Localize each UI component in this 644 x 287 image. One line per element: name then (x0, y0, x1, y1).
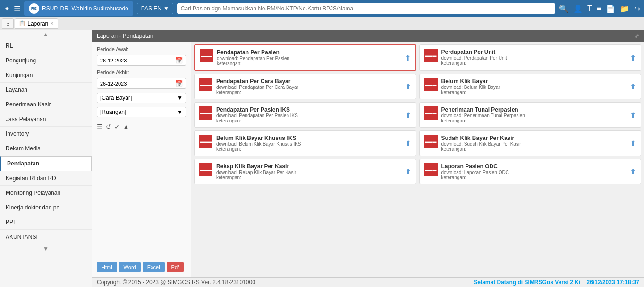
report-icon-5: ▬▬▬ (424, 106, 438, 120)
upload-icon-1[interactable]: ⬆ (630, 53, 636, 62)
report-card-perdapatan-per-unit[interactable]: ▬▬▬ Perdapatan Per Unit download: Perdap… (419, 44, 642, 71)
expand-icon[interactable]: ⤢ (635, 33, 639, 39)
ruangan-arrow: ▼ (177, 109, 183, 115)
report-download-3: download: Belum Klik Bayar (441, 85, 627, 90)
report-download-9: download: Laporan Pasien ODC (441, 170, 627, 175)
upload-icon-7[interactable]: ⬆ (630, 139, 636, 148)
report-icon-7: ▬▬▬ (424, 135, 438, 148)
sidebar-item-rekam-medis[interactable]: Rekam Medis (0, 141, 92, 156)
report-keterangan-8: keterangan: (216, 175, 401, 180)
report-title-0: Pendapatan Per Pasien (217, 49, 401, 56)
calendar-icon-awal[interactable]: 📅 (175, 57, 183, 64)
sidebar-item-pengunjung[interactable]: Pengunjung (0, 53, 92, 68)
calendar-icon-akhir[interactable]: 📅 (175, 80, 183, 87)
refresh-icon[interactable]: ↺ (106, 123, 111, 130)
periode-awal-field[interactable] (100, 58, 173, 63)
module-dropdown[interactable]: PASIEN ▼ (137, 3, 173, 14)
menu-icon[interactable]: ☰ (14, 4, 20, 13)
hospital-name: RSUP. DR. Wahidin Sudirohusodo (42, 5, 128, 12)
report-title-5: Penerimaan Tunai Perpasien (441, 106, 627, 113)
sidebar-item-inventory[interactable]: Inventory (0, 127, 92, 141)
export-pdf-button[interactable]: Pdf (167, 262, 184, 272)
logout-icon[interactable]: ↪ (634, 4, 640, 13)
upload-icon-6[interactable]: ⬆ (405, 139, 411, 148)
report-card-tunai[interactable]: ▬▬▬ Penerimaan Tunai Perpasien download:… (419, 102, 642, 128)
report-card-odc[interactable]: ▬▬▬ Laporan Pasien ODC download: Laporan… (419, 159, 642, 184)
report-card-cara-bayar[interactable]: ▬▬▬ Pendapatan Per Cara Bayar download: … (194, 74, 416, 99)
sidebar-scroll-down[interactable]: ▼ (0, 244, 92, 253)
report-download-1: download: Perdapatan Per Unit (441, 55, 627, 61)
collapse-icon[interactable]: ▲ (123, 123, 129, 130)
upload-icon-4[interactable]: ⬆ (405, 111, 411, 120)
report-icon-6: ▬▬▬ (199, 135, 212, 148)
report-download-4: download: Pendapatan Per Pasien IKS (216, 113, 401, 118)
list-icon[interactable]: ≡ (597, 4, 601, 13)
dropdown-arrow: ▼ (163, 5, 169, 12)
periode-awal-input[interactable]: 📅 (97, 55, 186, 66)
export-buttons: Html Word Excel Pdf (97, 262, 186, 272)
report-card-pendapatan-per-pasien[interactable]: ▬▬▬ Pendapatan Per Pasien download: Pend… (194, 44, 416, 71)
ruangan-dropdown[interactable]: [Ruangan] ▼ (97, 107, 186, 117)
home-tab[interactable]: ⌂ (2, 18, 14, 29)
report-download-8: download: Rekap Klik Bayar Per Kasir (216, 170, 401, 175)
upload-icon-9[interactable]: ⬆ (630, 167, 636, 176)
sidebar-item-pendapatan[interactable]: Pendapatan (0, 156, 92, 171)
filter-panel: Periode Awal: 📅 Periode Akhir: 📅 [Cara B… (92, 42, 191, 277)
check-icon[interactable]: ✓ (114, 123, 120, 130)
hospital-logo: RS (29, 3, 39, 14)
export-html-button[interactable]: Html (97, 262, 117, 272)
report-download-7: download: Sudah Klik Bayar Per Kasir (441, 141, 627, 147)
report-card-belum-iks[interactable]: ▬▬▬ Belum Klik Bayar Khusus IKS download… (194, 130, 416, 156)
sidebar-item-penerimaan-kasir[interactable]: Penerimaan Kasir (0, 97, 92, 112)
sidebar-item-layanan[interactable]: Layanan (0, 83, 92, 97)
sidebar-scroll-up[interactable]: ▲ (0, 30, 92, 39)
document-icon[interactable]: 📄 (606, 4, 615, 13)
upload-icon-8[interactable]: ⬆ (405, 167, 411, 176)
report-keterangan-5: keterangan: (441, 118, 627, 123)
patient-search-input[interactable] (177, 3, 555, 14)
report-card-sudah-klik[interactable]: ▬▬▬ Sudah Klik Bayar Per Kasir download:… (419, 130, 642, 156)
add-user-icon[interactable]: 👤 (573, 4, 583, 13)
report-title-1: Perdapatan Per Unit (441, 49, 627, 55)
report-card-iks[interactable]: ▬▬▬ Pendapatan Per Pasien IKS download: … (194, 102, 416, 128)
sidebar-item-kunjungan[interactable]: Kunjungan (0, 68, 92, 83)
sidebar-item-ppi[interactable]: PPI (0, 215, 92, 230)
tab-close-icon[interactable]: ✕ (50, 21, 54, 26)
report-icon-4: ▬▬▬ (199, 106, 212, 120)
list-view-icon[interactable]: ☰ (97, 123, 103, 130)
export-excel-button[interactable]: Excel (143, 262, 165, 272)
cara-bayar-arrow: ▼ (177, 95, 183, 101)
main-header: Laporan - Pendapatan ⤢ (92, 30, 644, 42)
upload-icon-2[interactable]: ⬆ (405, 82, 411, 91)
sidebar-item-jasa-pelayanan[interactable]: Jasa Pelayanan (0, 112, 92, 127)
upload-icon-0[interactable]: ⬆ (405, 53, 411, 62)
report-keterangan-6: keterangan: (216, 147, 401, 152)
upload-icon-5[interactable]: ⬆ (630, 111, 636, 120)
sidebar-item-rl[interactable]: RL (0, 39, 92, 53)
periode-akhir-row: Periode Akhir: 📅 (97, 70, 186, 89)
text-icon[interactable]: T (587, 4, 592, 13)
cara-bayar-label: [Cara Bayar] (100, 95, 132, 101)
report-title-6: Belum Klik Bayar Khusus IKS (216, 135, 401, 141)
report-card-rekap-klik[interactable]: ▬▬▬ Rekap Klik Bayar Per Kasir download:… (194, 159, 416, 184)
cara-bayar-dropdown[interactable]: [Cara Bayar] ▼ (97, 93, 186, 103)
periode-akhir-field[interactable] (100, 81, 173, 87)
export-word-button[interactable]: Word (119, 262, 141, 272)
report-card-belum-klik-bayar[interactable]: ▬▬▬ Belum Klik Bayar download: Belum Kli… (419, 74, 642, 99)
laporan-tab[interactable]: 📋 Laporan ✕ (15, 18, 58, 29)
content-area: ▲ RL Pengunjung Kunjungan Layanan Peneri… (0, 30, 644, 287)
folder-icon[interactable]: 📁 (620, 4, 629, 13)
reports-grid: ▬▬▬ Pendapatan Per Pasien download: Pend… (191, 42, 644, 277)
upload-icon-3[interactable]: ⬆ (630, 82, 636, 91)
main-content: Laporan - Pendapatan ⤢ Periode Awal: 📅 P… (92, 30, 644, 287)
report-download-2: download: Pendapatan Per Cara Bayar (216, 85, 401, 90)
report-info-8: Rekap Klik Bayar Per Kasir download: Rek… (216, 163, 401, 180)
sidebar-item-monitoring[interactable]: Monitoring Pelayanan (0, 186, 92, 200)
hospital-selector[interactable]: RS RSUP. DR. Wahidin Sudirohusodo (24, 1, 133, 16)
sidebar-item-akuntansi[interactable]: AKUNTANSI (0, 230, 92, 244)
sidebar-item-kinerja[interactable]: Kinerja dokter dan pe... (0, 200, 92, 215)
report-download-5: download: Penerimaan Tunai Perpasien (441, 113, 627, 118)
periode-akhir-input[interactable]: 📅 (97, 78, 186, 89)
sidebar-item-kegiatan[interactable]: Kegiatan RI dan RD (0, 171, 92, 186)
search-icon[interactable]: 🔍 (559, 4, 568, 13)
